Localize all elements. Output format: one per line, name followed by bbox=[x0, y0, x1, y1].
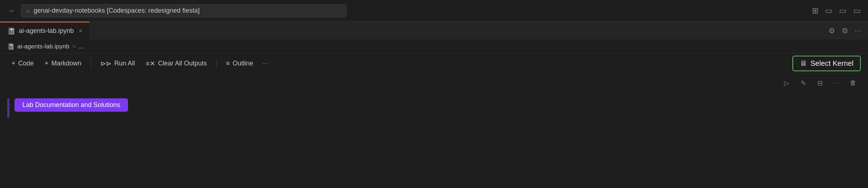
tab-bar-right: ⚙ ⧉ ··· bbox=[829, 22, 868, 39]
add-markdown-button[interactable]: + Markdown bbox=[41, 57, 86, 69]
panel-icon[interactable]: ▭ bbox=[839, 6, 847, 16]
split-editor-icon[interactable]: ⧉ bbox=[842, 26, 847, 35]
clear-outputs-icon: ≡✕ bbox=[146, 60, 155, 68]
title-bar-actions: ⊞ ▭ ▭ ▭ bbox=[812, 6, 861, 16]
add-code-icon: + bbox=[12, 60, 16, 67]
cell-area: Lab Documentation and Solutions bbox=[0, 93, 868, 188]
search-icon: ⌕ bbox=[26, 8, 30, 14]
run-all-label: Run All bbox=[114, 60, 135, 67]
toolbar-divider-2 bbox=[216, 59, 217, 69]
tab-ai-agents-lab[interactable]: 📓 ai-agents-lab.ipynb × bbox=[0, 22, 89, 39]
toolbar-divider-1 bbox=[91, 59, 91, 69]
tab-label: ai-agents-lab.ipynb bbox=[19, 27, 74, 35]
run-all-button[interactable]: ⊳⊳ Run All bbox=[96, 57, 139, 70]
select-kernel-label: Select Kernel bbox=[810, 59, 854, 68]
settings-icon[interactable]: ⚙ bbox=[829, 26, 835, 35]
clear-all-outputs-button[interactable]: ≡✕ Clear All Outputs bbox=[141, 57, 211, 70]
breadcrumb-file[interactable]: ai-agents-lab.ipynb bbox=[17, 43, 69, 50]
cell-split-button[interactable]: ⊟ bbox=[812, 76, 827, 90]
layout-icon[interactable]: ▭ bbox=[853, 6, 861, 16]
toolbar-more-button[interactable]: ··· bbox=[260, 57, 271, 69]
cell-delete-icon: 🗑 bbox=[850, 79, 856, 87]
add-code-label: Code bbox=[18, 60, 34, 67]
breadcrumb-separator: > bbox=[72, 43, 76, 50]
breadcrumb-file-icon: 📓 bbox=[7, 43, 14, 50]
cell-more-button[interactable]: ··· bbox=[829, 76, 844, 90]
outline-label: Outline bbox=[233, 60, 253, 67]
title-bar: → ⌕ genai-devday-notebooks [Codespaces: … bbox=[0, 0, 868, 22]
add-markdown-label: Markdown bbox=[51, 60, 81, 67]
select-kernel-button[interactable]: 🖥 Select Kernel bbox=[792, 56, 861, 71]
cell-edit-button[interactable]: ✎ bbox=[796, 76, 811, 90]
cell-toolbar-row: ▷ ✎ ⊟ ··· 🗑 bbox=[0, 74, 868, 93]
breadcrumb-bar: 📓 ai-agents-lab.ipynb > ... bbox=[0, 40, 868, 54]
search-text: genai-devday-notebooks [Codespaces: rede… bbox=[34, 7, 200, 14]
breadcrumb-dots[interactable]: ... bbox=[79, 43, 84, 50]
outline-button[interactable]: ≡ Outline bbox=[222, 57, 258, 69]
add-markdown-icon: + bbox=[45, 60, 49, 67]
tab-close-button[interactable]: × bbox=[79, 28, 82, 34]
cell-more-icon: ··· bbox=[833, 80, 840, 86]
layout-grid-icon[interactable]: ⊞ bbox=[812, 6, 818, 16]
kernel-icon: 🖥 bbox=[800, 59, 807, 68]
clear-outputs-label: Clear All Outputs bbox=[158, 60, 207, 67]
notebook-toolbar: + Code + Markdown ⊳⊳ Run All ≡✕ Clear Al… bbox=[0, 54, 868, 74]
search-bar[interactable]: ⌕ genai-devday-notebooks [Codespaces: re… bbox=[21, 4, 346, 17]
cell-run-button[interactable]: ▷ bbox=[779, 76, 794, 90]
more-actions-icon[interactable]: ··· bbox=[855, 26, 861, 35]
toolbar-more-label: ··· bbox=[263, 60, 268, 67]
run-all-icon: ⊳⊳ bbox=[101, 60, 111, 68]
tab-bar: 📓 ai-agents-lab.ipynb × ⚙ ⧉ ··· bbox=[0, 22, 868, 40]
back-arrow-icon[interactable]: → bbox=[7, 6, 15, 16]
cell-split-icon: ⊟ bbox=[817, 79, 823, 87]
cell-markdown-label[interactable]: Lab Documentation and Solutions bbox=[14, 98, 128, 112]
cell-edit-icon: ✎ bbox=[801, 79, 806, 87]
cell-play-icon: ▷ bbox=[784, 79, 789, 87]
add-code-button[interactable]: + Code bbox=[7, 57, 38, 69]
cell-delete-button[interactable]: 🗑 bbox=[846, 76, 861, 90]
cell-gutter bbox=[7, 98, 9, 118]
sidebar-icon[interactable]: ▭ bbox=[825, 6, 833, 16]
notebook-icon: 📓 bbox=[7, 27, 15, 35]
outline-icon: ≡ bbox=[226, 60, 230, 67]
